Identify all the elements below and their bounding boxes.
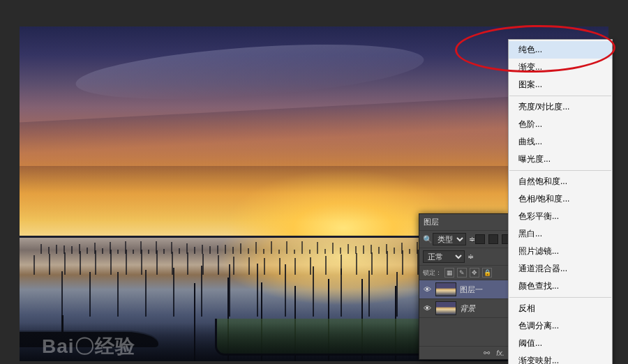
menu-item-12[interactable]: 黑白... [509, 225, 612, 243]
layer-thumbnail[interactable] [435, 282, 456, 296]
layer-item-1[interactable]: 👁 背景 [419, 298, 509, 317]
lock-position-icon[interactable]: ✥ [470, 268, 479, 278]
workspace: Bai〇经验 图层 🔍 类型 ≑ 正常 ≑ 锁定： ▦ ✎ ✥ 🔒 [0, 0, 628, 364]
layers-filter-row: 🔍 类型 ≑ [419, 230, 509, 248]
layer-thumbnail[interactable] [435, 301, 456, 315]
menu-item-9[interactable]: 自然饱和度... [509, 173, 612, 190]
menu-item-15[interactable]: 颜色查找... [509, 278, 612, 295]
menu-item-2[interactable]: 图案... [509, 76, 612, 93]
visibility-toggle-icon[interactable]: 👁 [422, 304, 432, 312]
watermark-text: Bai〇经验 [42, 333, 135, 360]
layer-item-0[interactable]: 👁 图层一 [419, 280, 509, 298]
blend-mode-row: 正常 ≑ [419, 248, 509, 265]
menu-item-10[interactable]: 色相/饱和度... [509, 190, 612, 208]
blend-mode-select[interactable]: 正常 [423, 250, 465, 263]
dropdown-caret-icon: ≑ [469, 235, 475, 244]
menu-item-4[interactable]: 亮度/对比度... [509, 98, 612, 116]
menu-item-7[interactable]: 曝光度... [509, 151, 612, 168]
menu-item-5[interactable]: 色阶... [509, 116, 612, 133]
menu-item-17[interactable]: 反相 [509, 300, 612, 317]
fx-button[interactable]: fx. [495, 348, 506, 358]
menu-item-1[interactable]: 渐变... [509, 59, 612, 76]
menu-item-14[interactable]: 通道混合器... [509, 260, 612, 278]
new-fill-adjustment-menu[interactable]: 纯色...渐变...图案...亮度/对比度...色阶...曲线...曝光度...… [508, 39, 613, 364]
lock-all-icon[interactable]: 🔒 [482, 268, 492, 278]
menu-item-11[interactable]: 色彩平衡... [509, 208, 612, 225]
link-layers-icon[interactable]: ⚯ [481, 348, 492, 358]
filter-icon-row[interactable] [475, 234, 511, 244]
layer-name: 图层一 [460, 285, 483, 295]
layers-panel[interactable]: 图层 🔍 类型 ≑ 正常 ≑ 锁定： ▦ ✎ ✥ 🔒 👁 [419, 213, 509, 360]
dropdown-caret-icon: ≑ [468, 252, 474, 261]
menu-item-20[interactable]: 渐变映射... [509, 352, 612, 364]
lock-row: 锁定： ▦ ✎ ✥ 🔒 [419, 265, 509, 280]
menu-item-18[interactable]: 色调分离... [509, 317, 612, 335]
menu-item-6[interactable]: 曲线... [509, 133, 612, 151]
layer-filter-type-select[interactable]: 类型 [433, 233, 466, 245]
cloud-upper [74, 36, 426, 109]
layer-name: 背景 [460, 303, 475, 314]
visibility-toggle-icon[interactable]: 👁 [422, 285, 432, 294]
menu-item-13[interactable]: 照片滤镜... [509, 243, 612, 260]
menu-item-19[interactable]: 阈值... [509, 335, 612, 352]
layers-empty-area [419, 317, 509, 346]
layers-bottom-toolbar: ⚯ fx. [419, 346, 509, 359]
magnify-icon: 🔍 [423, 235, 433, 244]
menu-item-0[interactable]: 纯色... [509, 41, 612, 59]
lock-brush-icon[interactable]: ✎ [457, 268, 467, 278]
layers-panel-title: 图层 [419, 214, 509, 230]
lock-label: 锁定： [423, 268, 442, 277]
lock-transparency-icon[interactable]: ▦ [444, 268, 454, 278]
